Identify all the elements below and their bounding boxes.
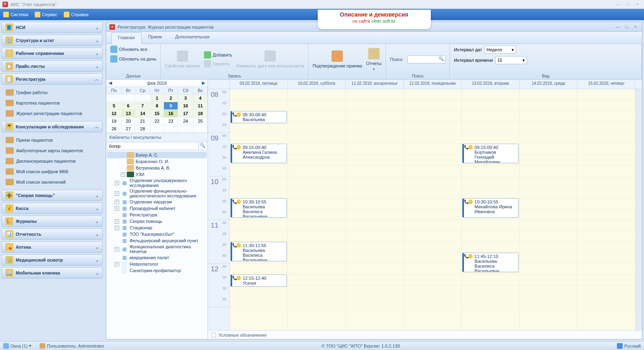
tree-item[interactable]: ТОО "Казсервиссбыт" [107,231,207,237]
inner-minimize-button[interactable]: — [615,24,621,30]
inner-close-button[interactable]: × [632,24,639,30]
day-column[interactable] [520,89,578,330]
day-header[interactable]: 13.02.2018, вторник [461,80,520,89]
tree-item[interactable]: +Стационар [107,224,207,231]
registry-schedule[interactable]: График работы [3,87,101,98]
calendar-day[interactable]: 18 [193,110,208,117]
tree-item[interactable]: +Невропатолог [107,261,207,267]
calendar-day[interactable]: 21 [135,117,150,125]
group-consult[interactable]: 👨‍⚕️Консультации и обследования︿ [2,121,103,132]
appointment[interactable]: 08:30-08:40Васильева [231,111,287,123]
maximize-button[interactable]: □ [624,2,632,7]
calendar-day[interactable]: 22 [150,117,164,125]
day-column[interactable] [577,89,636,330]
appointment[interactable]: 09:15-09:40Бортников Геннадий Михайлович [462,144,518,163]
calendar-day[interactable]: 10 [178,102,193,110]
calendar-day[interactable]: 2 [164,94,178,102]
calendar-day[interactable]: 19 [107,117,122,125]
calendar-day[interactable]: 28 [135,125,150,133]
calendar-day[interactable]: 9 [164,102,178,110]
group-nsi[interactable]: 📘НСИ⌄ [2,22,103,33]
calendar-day[interactable]: 15 [150,110,164,117]
day-column[interactable] [404,89,462,330]
menu-help[interactable]: Справка [64,12,88,17]
tree-expander[interactable]: + [115,262,119,266]
reports-button[interactable]: Отчеты▾ [366,48,382,71]
tree-expander[interactable]: + [115,206,119,211]
group-journals[interactable]: 📔Журналы⌄ [2,216,103,227]
rooms-search-button[interactable]: 🔍 [199,143,207,150]
day-column[interactable]: 09:15-09:40Бортников Геннадий Михайлович… [461,89,520,330]
registry-journal[interactable]: Журнал регистрации пациентов [3,108,101,119]
group-structure[interactable]: 🏢Структура и штат⌄ [2,35,103,46]
date-interval-select[interactable]: Неделя▾ [485,46,516,54]
menu-service[interactable]: Сервис [35,12,57,17]
tab-reception[interactable]: Прием [142,32,169,44]
tree-item[interactable]: Санатории-профилактор [107,267,207,274]
calendar-day[interactable]: 11 [193,102,208,110]
tree-item[interactable]: +Отделение ультразвукового исследования [107,178,207,188]
tree-item[interactable]: Регистратура [107,212,207,218]
cal-prev-button[interactable]: ◀ [109,80,112,86]
calendar-day[interactable]: 27 [122,125,135,133]
group-reports[interactable]: 📊Отчетность⌄ [2,228,103,240]
tree-item[interactable]: +Отделение функционально-диагностическог… [107,188,207,199]
calendar-day[interactable]: 14 [135,110,150,117]
calendar-day[interactable]: 23 [164,117,178,125]
appointment[interactable]: 10:30-10:55Михайлова Ирина Ивановна [462,198,518,218]
tab-main[interactable]: Главная [111,32,142,44]
group-mobile[interactable]: 🚐Мобильная клиника⌄ [2,267,103,279]
appointment[interactable]: 12:15-12:40Усачук [231,275,287,287]
registry-patients[interactable]: Картотека пациентов [3,98,101,108]
group-ambulance[interactable]: ➕"Скорая помощь"⌄ [2,190,103,201]
tree-item[interactable]: кварцевание палат [107,254,207,261]
minimize-button[interactable]: — [614,2,622,7]
consult-ambcards[interactable]: Амбулаторные карты пациентов [3,145,101,156]
calendar-day[interactable]: 7 [135,102,150,110]
tree-item[interactable]: +Процедурный кабинет [107,205,207,212]
windows-button[interactable]: Окна (1)▾ [3,343,31,349]
calendar-day[interactable]: 5 [107,102,122,110]
day-header[interactable]: 14.02.2018, среда [520,80,578,89]
menu-system[interactable]: Система [3,12,28,17]
time-interval-select[interactable]: 15▾ [495,56,527,64]
day-header[interactable]: 12.02.2018, понедельник [404,80,462,89]
tree-expander[interactable]: + [121,172,125,177]
group-apteka[interactable]: 💊Аптека⌄ [2,241,103,253]
refresh-all-button[interactable]: Обновить все [110,46,147,53]
add-button[interactable]: Добавить [204,51,233,59]
tree-item[interactable]: +Скорая помощь [107,218,207,224]
calendar-day[interactable]: 4 [193,94,208,102]
group-kassa[interactable]: 💰Касса⌄ [2,203,103,214]
group-workref[interactable]: ❔Рабочие справочники⌄ [2,48,103,59]
day-header[interactable]: 15.02.2018, четверг [577,80,636,89]
tree-expander[interactable]: + [115,191,119,196]
calendar-day[interactable]: 13 [122,110,135,117]
consult-mkb[interactable]: Мой список шифров МКБ [3,166,101,177]
tree-expander[interactable]: + [115,200,119,204]
tree-expander[interactable]: + [115,181,119,185]
group-price[interactable]: 📋Прайс-листы⌄ [2,61,103,72]
vertical-scrollbar[interactable] [636,89,642,330]
tree-expander[interactable]: + [115,226,119,230]
tree-item[interactable]: +УЗИ [107,171,207,178]
appointment[interactable]: 11:30-11:55Васильева Василиса Васильевна [231,242,287,261]
calendar-day[interactable]: 12 [107,110,122,117]
confirm-button[interactable]: Подтверждение приема [313,50,362,68]
tree-item[interactable]: Ветренкова А. В. [107,165,207,171]
day-column[interactable] [346,89,404,330]
tree-item[interactable]: +Отделение хирургии [107,199,207,205]
calendar-day[interactable]: 17 [178,110,193,117]
tree-expander[interactable]: + [115,219,119,224]
inner-maximize-button[interactable]: □ [623,24,630,30]
scheduler-body[interactable]: 0800153045090015304510001530451100153045… [208,89,642,330]
calendar-day[interactable]: 1 [150,94,164,102]
legend-checkbox[interactable] [211,333,216,337]
day-column[interactable] [288,89,346,330]
appointment[interactable]: 11:45-12:10Васильева Василиса Васильевна [462,253,518,272]
calendar-day[interactable]: 26 [107,125,122,133]
calendar-day[interactable]: 6 [122,102,135,110]
calendar-day[interactable]: 24 [178,117,193,125]
close-button[interactable]: × [634,2,642,7]
calendar-day[interactable]: 25 [193,117,208,125]
